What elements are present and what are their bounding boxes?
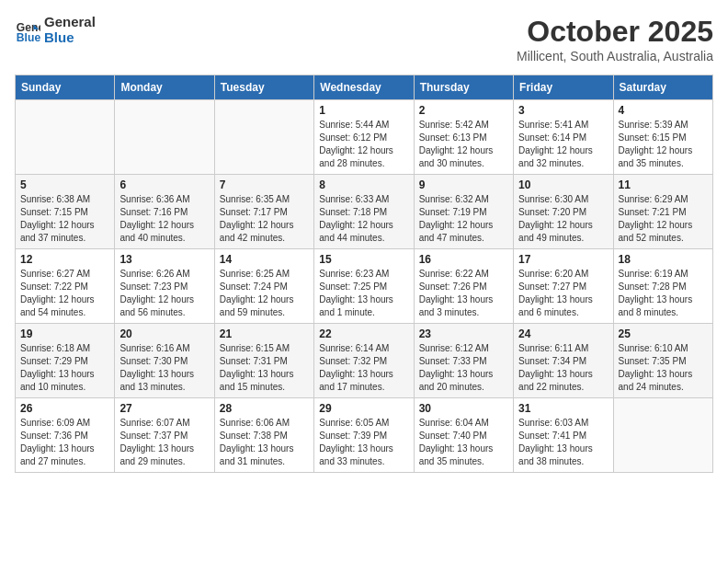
calendar-cell: 12Sunrise: 6:27 AM Sunset: 7:22 PM Dayli…: [16, 249, 115, 324]
calendar-cell: 19Sunrise: 6:18 AM Sunset: 7:29 PM Dayli…: [16, 324, 115, 398]
day-info: Sunrise: 6:10 AM Sunset: 7:35 PM Dayligh…: [619, 342, 708, 394]
day-number: 28: [220, 402, 309, 415]
calendar-cell: 22Sunrise: 6:14 AM Sunset: 7:32 PM Dayli…: [314, 324, 414, 398]
calendar-cell: 13Sunrise: 6:26 AM Sunset: 7:23 PM Dayli…: [115, 249, 214, 324]
day-info: Sunrise: 6:11 AM Sunset: 7:34 PM Dayligh…: [518, 342, 608, 394]
calendar-cell: 27Sunrise: 6:07 AM Sunset: 7:37 PM Dayli…: [115, 398, 214, 473]
day-number: 19: [20, 327, 109, 340]
calendar-cell: 31Sunrise: 6:03 AM Sunset: 7:41 PM Dayli…: [514, 398, 613, 473]
calendar-cell: [613, 398, 712, 473]
calendar-cell: 26Sunrise: 6:09 AM Sunset: 7:36 PM Dayli…: [16, 398, 115, 473]
calendar-table: SundayMondayTuesdayWednesdayThursdayFrid…: [15, 75, 713, 473]
day-number: 2: [419, 104, 508, 117]
calendar-cell: 24Sunrise: 6:11 AM Sunset: 7:34 PM Dayli…: [514, 324, 613, 398]
day-number: 9: [419, 178, 508, 191]
day-info: Sunrise: 6:25 AM Sunset: 7:24 PM Dayligh…: [220, 268, 309, 319]
calendar-cell: 28Sunrise: 6:06 AM Sunset: 7:38 PM Dayli…: [214, 398, 313, 473]
calendar-week-3: 12Sunrise: 6:27 AM Sunset: 7:22 PM Dayli…: [16, 249, 713, 324]
calendar-cell: 8Sunrise: 6:33 AM Sunset: 7:18 PM Daylig…: [314, 175, 414, 249]
day-info: Sunrise: 6:19 AM Sunset: 7:28 PM Dayligh…: [619, 268, 708, 319]
day-info: Sunrise: 5:41 AM Sunset: 6:14 PM Dayligh…: [518, 119, 608, 170]
day-number: 22: [319, 327, 408, 340]
day-info: Sunrise: 6:03 AM Sunset: 7:41 PM Dayligh…: [518, 417, 608, 468]
title-block: October 2025 Millicent, South Australia,…: [517, 15, 713, 63]
day-info: Sunrise: 6:06 AM Sunset: 7:38 PM Dayligh…: [220, 417, 309, 468]
day-info: Sunrise: 6:12 AM Sunset: 7:33 PM Dayligh…: [419, 342, 508, 394]
day-info: Sunrise: 6:36 AM Sunset: 7:16 PM Dayligh…: [119, 193, 209, 245]
logo: General Blue General Blue: [15, 15, 96, 45]
day-number: 20: [119, 327, 209, 340]
day-info: Sunrise: 6:05 AM Sunset: 7:39 PM Dayligh…: [319, 417, 408, 468]
calendar-cell: 11Sunrise: 6:29 AM Sunset: 7:21 PM Dayli…: [613, 175, 712, 249]
calendar-cell: 16Sunrise: 6:22 AM Sunset: 7:26 PM Dayli…: [414, 249, 513, 324]
day-info: Sunrise: 6:29 AM Sunset: 7:21 PM Dayligh…: [619, 193, 708, 245]
month-title: October 2025: [517, 15, 713, 49]
calendar-cell: 7Sunrise: 6:35 AM Sunset: 7:17 PM Daylig…: [214, 175, 313, 249]
day-number: 25: [619, 327, 708, 340]
calendar-week-4: 19Sunrise: 6:18 AM Sunset: 7:29 PM Dayli…: [16, 324, 713, 398]
day-number: 27: [119, 402, 209, 415]
day-number: 24: [518, 327, 608, 340]
calendar-week-1: 1Sunrise: 5:44 AM Sunset: 6:12 PM Daylig…: [16, 100, 713, 175]
day-number: 14: [220, 253, 309, 266]
day-info: Sunrise: 6:33 AM Sunset: 7:18 PM Dayligh…: [319, 193, 408, 245]
page-header: General Blue General Blue October 2025 M…: [15, 15, 713, 63]
day-number: 10: [518, 178, 608, 191]
day-number: 5: [20, 178, 109, 191]
calendar-week-2: 5Sunrise: 6:38 AM Sunset: 7:15 PM Daylig…: [16, 175, 713, 249]
day-info: Sunrise: 6:32 AM Sunset: 7:19 PM Dayligh…: [419, 193, 508, 245]
day-number: 8: [319, 178, 408, 191]
calendar-cell: 5Sunrise: 6:38 AM Sunset: 7:15 PM Daylig…: [16, 175, 115, 249]
calendar-cell: 10Sunrise: 6:30 AM Sunset: 7:20 PM Dayli…: [514, 175, 613, 249]
calendar-cell: 3Sunrise: 5:41 AM Sunset: 6:14 PM Daylig…: [514, 100, 613, 175]
header-day-sunday: Sunday: [16, 75, 115, 100]
day-info: Sunrise: 6:26 AM Sunset: 7:23 PM Dayligh…: [119, 268, 209, 319]
calendar-cell: 17Sunrise: 6:20 AM Sunset: 7:27 PM Dayli…: [514, 249, 613, 324]
day-number: 7: [220, 178, 309, 191]
day-number: 11: [619, 178, 708, 191]
day-number: 21: [220, 327, 309, 340]
day-info: Sunrise: 6:07 AM Sunset: 7:37 PM Dayligh…: [119, 417, 209, 468]
day-number: 23: [419, 327, 508, 340]
subtitle: Millicent, South Australia, Australia: [517, 49, 713, 63]
day-number: 15: [319, 253, 408, 266]
day-info: Sunrise: 5:39 AM Sunset: 6:15 PM Dayligh…: [619, 119, 708, 170]
day-number: 29: [319, 402, 408, 415]
logo-line1: General: [44, 15, 96, 30]
day-info: Sunrise: 6:30 AM Sunset: 7:20 PM Dayligh…: [518, 193, 608, 245]
calendar-week-5: 26Sunrise: 6:09 AM Sunset: 7:36 PM Dayli…: [16, 398, 713, 473]
day-number: 12: [20, 253, 109, 266]
day-number: 6: [119, 178, 209, 191]
day-info: Sunrise: 6:14 AM Sunset: 7:32 PM Dayligh…: [319, 342, 408, 394]
day-number: 17: [518, 253, 608, 266]
day-info: Sunrise: 6:15 AM Sunset: 7:31 PM Dayligh…: [220, 342, 309, 394]
calendar-cell: 29Sunrise: 6:05 AM Sunset: 7:39 PM Dayli…: [314, 398, 414, 473]
calendar-cell: [16, 100, 115, 175]
calendar-cell: 1Sunrise: 5:44 AM Sunset: 6:12 PM Daylig…: [314, 100, 414, 175]
calendar-cell: 21Sunrise: 6:15 AM Sunset: 7:31 PM Dayli…: [214, 324, 313, 398]
svg-text:Blue: Blue: [17, 31, 40, 43]
day-info: Sunrise: 6:16 AM Sunset: 7:30 PM Dayligh…: [119, 342, 209, 394]
day-info: Sunrise: 6:04 AM Sunset: 7:40 PM Dayligh…: [419, 417, 508, 468]
calendar-cell: 25Sunrise: 6:10 AM Sunset: 7:35 PM Dayli…: [613, 324, 712, 398]
calendar-cell: 30Sunrise: 6:04 AM Sunset: 7:40 PM Dayli…: [414, 398, 513, 473]
header-day-saturday: Saturday: [613, 75, 712, 100]
day-number: 18: [619, 253, 708, 266]
calendar-cell: 9Sunrise: 6:32 AM Sunset: 7:19 PM Daylig…: [414, 175, 513, 249]
day-number: 13: [119, 253, 209, 266]
day-number: 1: [319, 104, 408, 117]
header-day-tuesday: Tuesday: [214, 75, 313, 100]
day-info: Sunrise: 6:23 AM Sunset: 7:25 PM Dayligh…: [319, 268, 408, 319]
day-info: Sunrise: 6:09 AM Sunset: 7:36 PM Dayligh…: [20, 417, 109, 468]
calendar-cell: 4Sunrise: 5:39 AM Sunset: 6:15 PM Daylig…: [613, 100, 712, 175]
header-day-friday: Friday: [514, 75, 613, 100]
day-number: 4: [619, 104, 708, 117]
day-number: 26: [20, 402, 109, 415]
calendar-cell: [214, 100, 313, 175]
calendar-header-row: SundayMondayTuesdayWednesdayThursdayFrid…: [16, 75, 713, 100]
day-info: Sunrise: 6:20 AM Sunset: 7:27 PM Dayligh…: [518, 268, 608, 319]
day-info: Sunrise: 5:42 AM Sunset: 6:13 PM Dayligh…: [419, 119, 508, 170]
day-number: 3: [518, 104, 608, 117]
header-day-thursday: Thursday: [414, 75, 513, 100]
header-day-monday: Monday: [115, 75, 214, 100]
